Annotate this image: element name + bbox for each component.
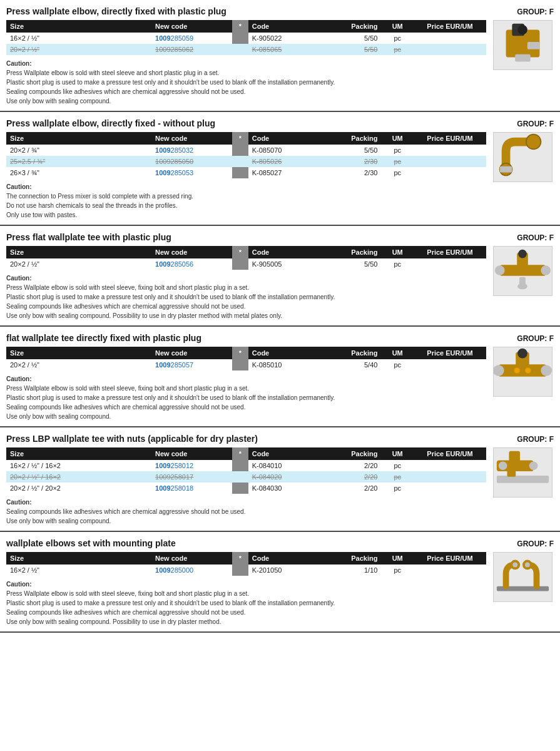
svg-point-26 — [529, 461, 537, 470]
newcode-link[interactable]: 1009285057 — [155, 361, 193, 369]
cell-price — [414, 156, 486, 167]
cell-size: 20×2 / ½" — [6, 359, 151, 370]
section-title: Press wallplate elbow, directly fixed wi… — [6, 6, 227, 16]
cell-um: pc — [381, 44, 414, 55]
product-table: SizeNew code*CodePackingUMPrice EUR/UM20… — [6, 132, 486, 178]
caution-block: Caution:Sealing compounds like adhesives… — [6, 498, 486, 526]
caution-line: Use only bow with sealing compound. — [6, 96, 486, 106]
cell-code: K-085027 — [248, 167, 329, 178]
cell-newcode[interactable]: 1009285032 — [151, 145, 232, 156]
cell-newcode[interactable]: 1009285062 — [151, 44, 232, 55]
svg-point-12 — [541, 265, 551, 275]
svg-rect-7 — [499, 166, 512, 173]
cell-price — [414, 565, 486, 576]
cell-newcode[interactable]: 1009258018 — [151, 483, 232, 494]
section-content: SizeNew code*CodePackingUMPrice EUR/UM20… — [6, 347, 554, 421]
section-title: wallplate elbows set with mounting plate — [6, 538, 176, 548]
col-header-price: Price EUR/UM — [414, 246, 486, 258]
product-thumbnail — [493, 246, 552, 296]
col-header-code: Code — [248, 347, 329, 359]
cell-size: 16×2 / ½" — [6, 33, 151, 44]
cell-um: pc — [381, 33, 414, 44]
newcode-rest: 285057 — [171, 361, 194, 369]
section-section3: Press flat wallplate tee with plastic pl… — [0, 226, 560, 327]
newcode-link[interactable]: 1009285000 — [155, 566, 193, 574]
cell-newcode[interactable]: 1009285059 — [151, 33, 232, 44]
svg-rect-23 — [509, 451, 520, 466]
section-group: GROUP: F — [517, 120, 554, 128]
section-header: Press wallplate elbow, directly fixed - … — [6, 118, 554, 128]
product-table: SizeNew code*CodePackingUMPrice EUR/UM16… — [6, 447, 486, 494]
cell-code: K-084010 — [248, 460, 329, 471]
cell-newcode[interactable]: 1009285000 — [151, 565, 232, 576]
cell-newcode[interactable]: 1009285057 — [151, 359, 232, 370]
newcode-link[interactable]: 1009285059 — [155, 34, 193, 42]
cell-price — [414, 471, 486, 483]
svg-rect-3 — [515, 54, 530, 62]
section-header: Press flat wallplate tee with plastic pl… — [6, 232, 554, 242]
section-group: GROUP: F — [517, 435, 554, 444]
caution-block: Caution:Press Wallplate elbow is sold wi… — [6, 580, 486, 626]
caution-line: Press Wallplate elbow is sold with steel… — [6, 589, 486, 598]
cell-size: 26×3 / ¾" — [6, 167, 151, 178]
table-row: 26×3 / ¾"1009285053K-0850272/30pc — [6, 167, 486, 178]
section-group: GROUP: F — [517, 334, 554, 343]
newcode-rest: 258018 — [171, 484, 194, 492]
newcode-link[interactable]: 1009285056 — [155, 260, 193, 268]
section-content: SizeNew code*CodePackingUMPrice EUR/UM20… — [6, 246, 554, 320]
svg-point-31 — [512, 563, 517, 568]
section-header: Press wallplate elbow, directly fixed wi… — [6, 6, 554, 16]
col-header-packing: Packing — [329, 246, 382, 258]
section-left: SizeNew code*CodePackingUMPrice EUR/UM20… — [6, 246, 486, 320]
section-image — [491, 347, 554, 421]
caution-line: Use only bow with sealing compound. Poss… — [6, 311, 486, 320]
cell-packing: 2/20 — [329, 460, 382, 471]
caution-title: Caution: — [6, 374, 486, 384]
section-image — [491, 20, 554, 106]
cell-price — [414, 258, 486, 270]
cell-price — [414, 460, 486, 471]
section-group: GROUP: F — [517, 539, 554, 548]
section-content: SizeNew code*CodePackingUMPrice EUR/UM16… — [6, 552, 554, 626]
cell-star — [232, 359, 248, 370]
cell-newcode[interactable]: 1009258017 — [151, 471, 232, 483]
newcode-rest: 285059 — [171, 34, 194, 42]
newcode-link[interactable]: 1009285053 — [155, 169, 193, 176]
cell-newcode[interactable]: 1009285056 — [151, 258, 232, 270]
cell-packing: 5/50 — [329, 145, 382, 156]
col-header-um: UM — [381, 447, 414, 460]
cell-code: K-085010 — [248, 359, 329, 370]
newcode-link[interactable]: 1009285032 — [155, 146, 193, 154]
product-thumbnail — [493, 132, 552, 182]
cell-newcode[interactable]: 1009285050 — [151, 156, 232, 167]
caution-line: Use only bow with sealing compound. Poss… — [6, 617, 486, 626]
caution-line: Plastic short plug is used to make a pre… — [6, 78, 486, 87]
cell-size: 20×2 / ½" — [6, 44, 151, 55]
col-header-code: Code — [248, 447, 329, 460]
cell-code: K-085065 — [248, 44, 329, 55]
cell-code: K-201050 — [248, 565, 329, 576]
newcode-blue: 1009 — [155, 146, 170, 154]
caution-title: Caution: — [6, 59, 486, 68]
cell-code: K-084030 — [248, 483, 329, 494]
table-row: 20×2 / ½"1009285062K-0850655/50pc — [6, 44, 486, 55]
newcode-link[interactable]: 1009258018 — [155, 484, 193, 492]
newcode-blue: 1009 — [155, 361, 170, 369]
cell-packing: 5/50 — [329, 33, 382, 44]
section-header: flat wallplate tee directly fixed with p… — [6, 333, 554, 343]
newcode-link[interactable]: 1009258012 — [155, 462, 193, 469]
cell-price — [414, 483, 486, 494]
section-image — [491, 447, 554, 526]
cell-packing: 2/20 — [329, 471, 382, 483]
cell-newcode[interactable]: 1009285053 — [151, 167, 232, 178]
svg-point-19 — [541, 365, 552, 376]
caution-line: Only use tow with pastes. — [6, 210, 486, 220]
svg-point-20 — [514, 367, 520, 374]
caution-line: Press Wallplate elbow is sold with steel… — [6, 283, 486, 292]
cell-newcode[interactable]: 1009258012 — [151, 460, 232, 471]
newcode-rest: 285032 — [171, 146, 194, 154]
cell-code: K-085070 — [248, 145, 329, 156]
cell-star — [232, 156, 248, 167]
newcode-rest: 285000 — [171, 566, 194, 574]
col-header-star: * — [232, 552, 248, 565]
